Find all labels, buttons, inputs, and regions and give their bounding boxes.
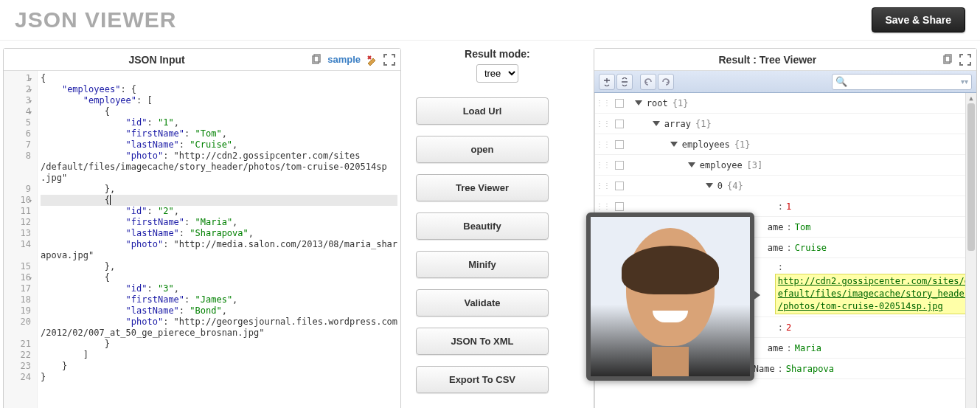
fullscreen-result-icon[interactable] (959, 53, 972, 66)
drag-handle-icon[interactable]: ⋮⋮ (595, 134, 611, 155)
tree-value[interactable]: Cruise (795, 238, 827, 258)
tree-viewer-button[interactable]: Tree Viewer (416, 174, 549, 201)
copy-result-icon[interactable] (941, 53, 954, 66)
minify-button[interactable]: Minify (416, 251, 549, 278)
node-menu-icon[interactable] (615, 202, 624, 211)
scroll-up-icon[interactable]: ▲ (966, 93, 976, 103)
drag-handle-icon[interactable]: ⋮⋮ (595, 114, 611, 134)
clear-icon[interactable] (365, 53, 378, 66)
caret-down-icon[interactable] (635, 100, 642, 106)
copy-icon[interactable] (310, 53, 323, 66)
tree-node-employee[interactable]: employee (700, 155, 743, 176)
caret-down-icon[interactable] (653, 121, 660, 126)
expand-all-icon[interactable] (599, 74, 615, 90)
input-panel-title: JSON Input (4, 54, 310, 66)
json-to-xml-button[interactable]: JSON To XML (416, 328, 549, 355)
node-menu-icon[interactable] (615, 99, 624, 108)
tree-key[interactable]: ame (768, 338, 784, 359)
tree-search[interactable]: 🔍 ▾▾ (832, 74, 972, 90)
beautify-button[interactable]: Beautify (416, 212, 549, 240)
drag-handle-icon[interactable]: ⋮⋮ (595, 176, 611, 196)
caret-down-icon[interactable] (688, 162, 695, 167)
tree-value[interactable]: 2 (786, 317, 791, 338)
collapse-all-icon[interactable] (616, 74, 633, 90)
tree-value[interactable]: Maria (795, 338, 821, 359)
save-share-button[interactable]: Save & Share (872, 7, 966, 32)
validate-button[interactable]: Validate (416, 289, 549, 317)
tree-node-root[interactable]: root (647, 93, 668, 114)
tree-node-index-0[interactable]: 0 (717, 176, 723, 196)
result-mode-select[interactable]: tree (476, 64, 518, 83)
result-mode-label: Result mode: (465, 48, 530, 60)
node-menu-icon[interactable] (615, 161, 624, 170)
tree-key[interactable]: ame (768, 238, 784, 258)
json-input-panel: JSON Input sample 12345678 91011121314 1… (3, 48, 401, 408)
tree-node-employees[interactable]: employees (682, 134, 730, 155)
search-icon: 🔍 (835, 76, 847, 87)
load-url-button[interactable]: Load Url (416, 97, 549, 125)
redo-icon[interactable] (658, 74, 674, 90)
caret-down-icon[interactable] (706, 183, 713, 188)
caret-down-icon[interactable] (670, 142, 678, 147)
tree-node-array[interactable]: array (664, 114, 691, 134)
tree-toolbar: 🔍 ▾▾ (594, 71, 976, 93)
popup-pointer-icon (750, 288, 760, 302)
tree-value[interactable]: 1 (786, 196, 791, 217)
tree-key[interactable]: ame (768, 217, 784, 238)
result-panel-title: Result : Tree Viewer (594, 54, 941, 66)
export-to-csv-button[interactable]: Export To CSV (416, 366, 549, 393)
node-count: {4} (727, 176, 743, 196)
tree-value[interactable]: Sharapova (786, 359, 834, 379)
fullscreen-icon[interactable] (383, 53, 396, 66)
tree-scrollbar[interactable]: ▲ ▼ (965, 93, 976, 408)
tree-value-photo-link[interactable]: http://cdn2.gossipcenter.com/sites/d efa… (775, 274, 973, 314)
tree-value[interactable]: Tom (795, 217, 811, 238)
code-editor[interactable]: 12345678 91011121314 151617181920 212223… (4, 71, 400, 408)
scroll-thumb[interactable] (967, 103, 975, 251)
open-button[interactable]: open (416, 136, 549, 163)
page-title: JSON VIEWER (15, 7, 176, 32)
actions-panel: Result mode: tree Load UrlopenTree Viewe… (416, 48, 579, 408)
sample-link[interactable]: sample (327, 54, 361, 65)
node-count: [3] (747, 155, 763, 176)
drag-handle-icon[interactable]: ⋮⋮ (595, 155, 611, 176)
search-dropdown-icon[interactable]: ▾▾ (961, 77, 968, 86)
drag-handle-icon[interactable]: ⋮⋮ (595, 93, 611, 114)
node-menu-icon[interactable] (615, 140, 624, 149)
tree-search-input[interactable] (850, 77, 961, 87)
node-menu-icon[interactable] (615, 181, 624, 190)
node-count: {1} (695, 114, 712, 134)
node-count: {1} (734, 134, 751, 155)
image-preview-popup (586, 212, 754, 381)
node-count: {1} (673, 93, 689, 114)
undo-icon[interactable] (640, 74, 656, 90)
node-menu-icon[interactable] (615, 120, 624, 128)
